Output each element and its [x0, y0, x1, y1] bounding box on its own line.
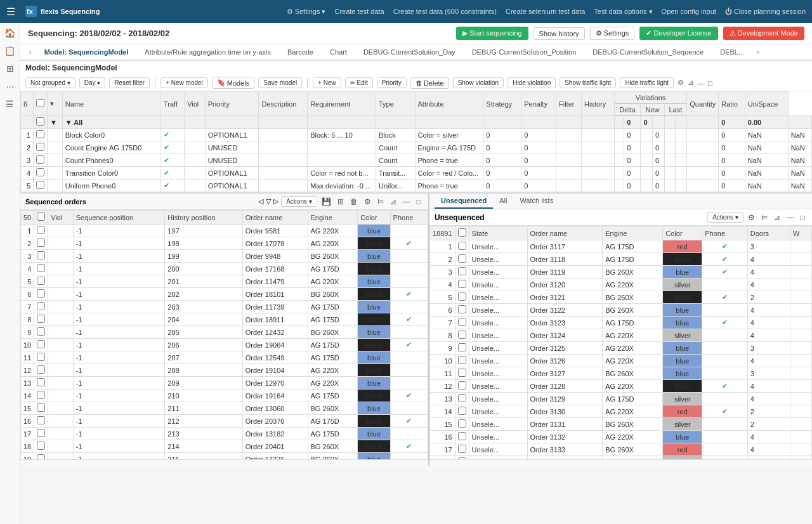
- seq-table-row[interactable]: 19 -1 215 Order 13376 BG 260X blue: [21, 453, 428, 460]
- unseq-table-row[interactable]: 17 Unsele... Order 3133 BG 260X red 4: [430, 443, 812, 456]
- unseq-table-row[interactable]: 1 Unsele... Order 3117 AG 175D red ✔ 3: [430, 240, 812, 253]
- show-violation-button[interactable]: Show violation: [453, 77, 504, 88]
- show-history-button[interactable]: Show history: [534, 27, 585, 40]
- seq-row-check[interactable]: [34, 390, 48, 402]
- unseq-row-check[interactable]: [455, 443, 469, 456]
- unseq-row-check[interactable]: [455, 317, 469, 329]
- seq-row-check[interactable]: [34, 250, 48, 263]
- seq-square-icon[interactable]: □: [415, 197, 423, 207]
- seq-table-row[interactable]: 5 -1 201 Order 11479 AG 220X blue: [21, 275, 428, 288]
- developer-license-button[interactable]: ✔ Developer License: [639, 27, 717, 40]
- test-data-options-button[interactable]: Test data options ▾: [594, 8, 652, 16]
- select-all-checkbox[interactable]: [36, 99, 44, 107]
- tab-all[interactable]: All: [493, 193, 513, 209]
- unseq-row-check[interactable]: [455, 329, 469, 342]
- seq-row-check[interactable]: [34, 225, 48, 237]
- seq-table-row[interactable]: 10 -1 206 Order 19064 AG 175D black ✔: [21, 339, 428, 351]
- new-model-button[interactable]: + New model: [160, 77, 208, 88]
- edit-button[interactable]: ✏ Edit: [345, 77, 373, 88]
- unseq-table-row[interactable]: 2 Unsele... Order 3118 AG 175D black ✔ 4: [430, 253, 812, 266]
- day-button[interactable]: Day ▾: [79, 77, 106, 88]
- unseq-row-check[interactable]: [455, 266, 469, 278]
- gear-settings-icon[interactable]: ⚙: [678, 79, 684, 87]
- tab-aggregation[interactable]: Attribute/Rule aggregation time on y-axi…: [137, 44, 278, 61]
- tab-chart[interactable]: Chart: [322, 44, 355, 61]
- seq-row-check[interactable]: [34, 351, 48, 364]
- delete-button[interactable]: 🗑 Delete: [410, 77, 449, 89]
- seq-table-row[interactable]: 11 -1 207 Order 12549 AG 175D blue: [21, 351, 428, 364]
- seq-table-row[interactable]: 14 -1 210 Order 19164 AG 175D black ✔: [21, 390, 428, 402]
- unseq-row-check[interactable]: [455, 253, 469, 266]
- model-table-row[interactable]: 2 Count Engine AG 175D0 ✔ UNUSED Count E…: [21, 141, 812, 154]
- tab-barcode[interactable]: Barcode: [280, 44, 321, 61]
- hide-violation-button[interactable]: Hide violation: [508, 77, 556, 88]
- seq-row-check[interactable]: [34, 364, 48, 377]
- seq-row-check[interactable]: [34, 237, 48, 250]
- seq-select-all[interactable]: [37, 213, 45, 221]
- tab-watch-lists[interactable]: Watch lists: [513, 193, 560, 209]
- unseq-row-check[interactable]: [455, 291, 469, 304]
- row-check[interactable]: [34, 180, 48, 192]
- seq-table-row[interactable]: 1 -1 197 Order 9581 AG 220X blue: [21, 225, 428, 237]
- unseq-minus-icon[interactable]: —: [785, 213, 796, 223]
- unseq-table-row[interactable]: 13 Unsele... Order 3129 AG 175D silver 4: [430, 393, 812, 405]
- save-model-button[interactable]: Save model: [258, 77, 302, 88]
- new-button[interactable]: + New: [313, 77, 341, 88]
- home-icon[interactable]: 🏠: [3, 25, 18, 41]
- seq-row-check[interactable]: [34, 428, 48, 440]
- unseq-row-check[interactable]: [455, 278, 469, 291]
- unseq-table-row[interactable]: 11 Unsele... Order 3127 BG 260X blue 3: [430, 367, 812, 380]
- not-grouped-button[interactable]: Not grouped ▾: [25, 77, 75, 88]
- hide-traffic-button[interactable]: Hide traffic light: [620, 77, 674, 88]
- hamburger-icon[interactable]: ☰: [6, 6, 15, 18]
- close-session-button[interactable]: ⏻ Close planning session: [725, 8, 806, 15]
- square-icon[interactable]: □: [708, 79, 712, 87]
- start-sequencing-button[interactable]: ▶ Start sequencing: [456, 27, 528, 40]
- open-config-button[interactable]: Open config input: [662, 8, 716, 15]
- seq-row-check[interactable]: [34, 263, 48, 275]
- model-table-row[interactable]: ▼ ▼ All 0 0 0 0.00: [21, 116, 812, 129]
- unseq-select-all[interactable]: [458, 228, 466, 237]
- tab-debug-day[interactable]: DEBUG-CurrentSolution_Day: [356, 44, 463, 61]
- unseq-split-icon[interactable]: ⊨: [759, 213, 769, 223]
- unseq-table-row[interactable]: 7 Unsele... Order 3123 AG 175D blue ✔ 4: [430, 317, 812, 329]
- seq-table-row[interactable]: 16 -1 212 Order 20370 AG 175D black ✔: [21, 415, 428, 428]
- tab-debug-position[interactable]: DEBUG-CurrentSolution_Position: [464, 44, 584, 61]
- seq-grid-icon[interactable]: ⊞: [336, 197, 346, 207]
- model-table-row[interactable]: 1 Block Color0 ✔ OPTIONAL1 Block: 5 ... …: [21, 129, 812, 141]
- seq-settings-icon[interactable]: ⚙: [362, 197, 373, 207]
- unseq-row-check[interactable]: [455, 342, 469, 355]
- seq-row-check[interactable]: [34, 377, 48, 390]
- model-table-row[interactable]: 5 Uniform Phone0 ✔ OPTIONAL1 Max deviati…: [21, 180, 812, 192]
- seq-row-check[interactable]: [34, 288, 48, 301]
- tab-sequencing-model[interactable]: Model: SequencingModel: [37, 44, 136, 61]
- nav-right-icon[interactable]: ▷: [273, 197, 278, 206]
- row-check[interactable]: [34, 116, 48, 129]
- more-icon[interactable]: ···: [3, 79, 18, 94]
- nav-left-icon[interactable]: ◁: [258, 197, 263, 206]
- seq-table-row[interactable]: 12 -1 208 Order 19104 AG 220X black: [21, 364, 428, 377]
- show-traffic-button[interactable]: Show traffic light: [560, 77, 616, 88]
- unseq-row-check[interactable]: [455, 355, 469, 367]
- seq-row-check[interactable]: [34, 415, 48, 428]
- unseq-table-row[interactable]: 15 Unsele... Order 3131 BG 260X silver 2: [430, 418, 812, 431]
- seq-row-check[interactable]: [34, 301, 48, 313]
- seq-delete-icon[interactable]: 🗑: [348, 197, 360, 207]
- create-test-600-button[interactable]: Create test data (600 constraints): [393, 8, 497, 15]
- settings-header-button[interactable]: ⚙ Settings: [590, 27, 635, 40]
- unseq-row-check[interactable]: [455, 304, 469, 317]
- unseq-row-check[interactable]: [455, 431, 469, 443]
- unseq-filter-icon[interactable]: ⊿: [772, 213, 782, 223]
- unseq-table-row[interactable]: 8 Unsele... Order 3124 AG 220X silver 4: [430, 329, 812, 342]
- seq-row-check[interactable]: [34, 440, 48, 453]
- seq-table-row[interactable]: 17 -1 213 Order 13182 AG 175D blue: [21, 428, 428, 440]
- row-check[interactable]: [34, 141, 48, 154]
- seq-table-row[interactable]: 13 -1 209 Order 12970 AG 220X blue: [21, 377, 428, 390]
- seq-hscroll[interactable]: [20, 459, 428, 466]
- unseq-row-check[interactable]: [455, 393, 469, 405]
- unseq-table-row[interactable]: 14 Unsele... Order 3130 AG 220X red ✔ 2: [430, 405, 812, 418]
- sequenced-table-scroll[interactable]: 50 Viol Sequence position History positi…: [20, 210, 428, 459]
- models-button[interactable]: 🔖 Models: [212, 77, 254, 89]
- unseq-hscroll[interactable]: [429, 459, 812, 466]
- seq-row-check[interactable]: [34, 339, 48, 351]
